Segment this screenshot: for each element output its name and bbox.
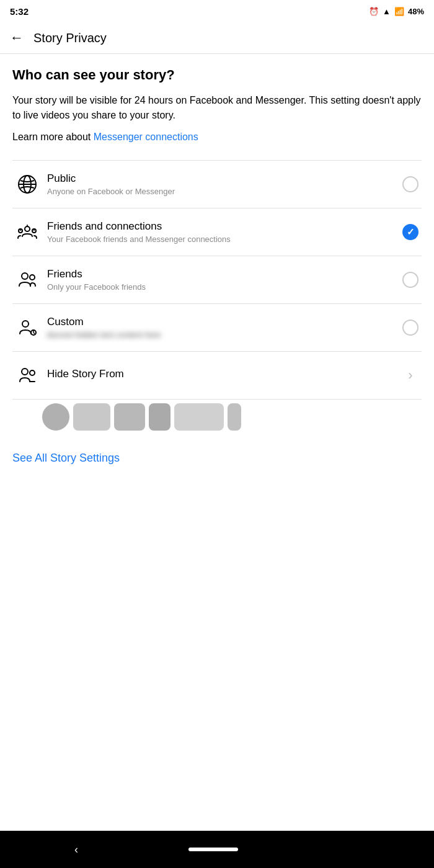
- main-content: Who can see your story? Your story will …: [0, 54, 434, 831]
- status-time: 5:32: [10, 6, 29, 17]
- friends-connections-title: Friends and connections: [47, 220, 394, 233]
- avatar-2: [73, 403, 110, 431]
- avatar-3: [114, 403, 145, 431]
- avatar-4: [149, 403, 170, 431]
- learn-more-prefix: Learn more about: [12, 132, 94, 142]
- avatar-5: [174, 403, 224, 431]
- svg-point-16: [30, 370, 35, 375]
- friends-subtitle: Only your Facebook friends: [47, 282, 394, 292]
- option-custom[interactable]: Custom blurred hidden text content here: [12, 304, 422, 352]
- avatar-strip: [12, 400, 422, 437]
- public-subtitle: Anyone on Facebook or Messenger: [47, 187, 394, 196]
- svg-point-15: [22, 369, 28, 375]
- messenger-connections-link[interactable]: Messenger connections: [94, 132, 198, 142]
- avatar-1: [42, 403, 69, 431]
- alarm-icon: ⏰: [369, 7, 379, 16]
- nav-home-pill[interactable]: [188, 848, 238, 851]
- learn-more-text: Learn more about Messenger connections: [12, 132, 422, 143]
- status-bar: 5:32 ⏰ ▲ 📶 48%: [0, 0, 434, 22]
- radio-unchecked-custom: [402, 320, 418, 336]
- signal-icon: 📶: [394, 7, 404, 16]
- status-icons: ⏰ ▲ 📶 48%: [369, 7, 424, 16]
- custom-title: Custom: [47, 316, 394, 328]
- friends-connections-option-text: Friends and connections Your Facebook fr…: [42, 220, 399, 244]
- nav-back-icon[interactable]: ‹: [74, 843, 78, 856]
- section-title: Who can see your story?: [12, 66, 422, 84]
- hide-story-icon: [12, 360, 42, 390]
- radio-checked-friends-connections: [402, 224, 418, 240]
- public-radio[interactable]: [399, 173, 422, 195]
- public-title: Public: [47, 172, 394, 185]
- see-all-story-settings[interactable]: See All Story Settings: [12, 437, 422, 477]
- avatar-6: [228, 403, 241, 431]
- hide-story-title: Hide Story From: [47, 368, 394, 380]
- option-friends-connections[interactable]: Friends and connections Your Facebook fr…: [12, 208, 422, 256]
- options-list: Public Anyone on Facebook or Messenger: [12, 160, 422, 400]
- custom-radio[interactable]: [399, 316, 422, 339]
- friends-title: Friends: [47, 268, 394, 280]
- bottom-nav-bar: ‹: [0, 831, 434, 868]
- option-friends[interactable]: Friends Only your Facebook friends: [12, 256, 422, 304]
- header: ← Story Privacy: [0, 22, 434, 54]
- friends-option-text: Friends Only your Facebook friends: [42, 268, 399, 292]
- svg-line-14: [33, 333, 35, 334]
- radio-unchecked-friends: [402, 272, 418, 288]
- radio-unchecked-public: [402, 176, 418, 192]
- svg-point-3: [25, 226, 30, 231]
- section-description: Your story will be visible for 24 hours …: [12, 93, 422, 123]
- friends-connections-subtitle: Your Facebook friends and Messenger conn…: [47, 235, 394, 244]
- svg-point-11: [22, 321, 29, 327]
- public-option-text: Public Anyone on Facebook or Messenger: [42, 172, 399, 196]
- friends-radio[interactable]: [399, 269, 422, 291]
- back-button[interactable]: ←: [10, 30, 24, 46]
- hide-story-option-text: Hide Story From: [42, 368, 399, 382]
- public-icon: [12, 169, 42, 199]
- page-title: Story Privacy: [33, 31, 107, 45]
- friends-connections-icon: [12, 217, 42, 247]
- option-hide-story-from[interactable]: Hide Story From ›: [12, 352, 422, 400]
- option-public[interactable]: Public Anyone on Facebook or Messenger: [12, 161, 422, 208]
- battery-text: 48%: [408, 7, 424, 16]
- svg-point-10: [30, 275, 35, 280]
- custom-option-text: Custom blurred hidden text content here: [42, 316, 399, 339]
- wifi-icon: ▲: [383, 7, 391, 16]
- friends-connections-radio[interactable]: [399, 221, 422, 243]
- custom-icon: [12, 313, 42, 342]
- hide-story-chevron[interactable]: ›: [399, 364, 422, 387]
- custom-subtitle: blurred hidden text content here: [47, 330, 394, 339]
- svg-point-9: [22, 273, 28, 279]
- chevron-right-icon: ›: [408, 367, 412, 383]
- friends-icon: [12, 265, 42, 295]
